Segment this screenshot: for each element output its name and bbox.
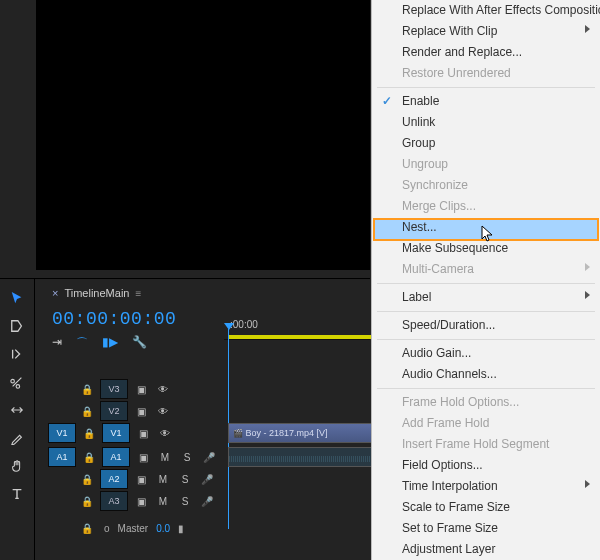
menu-insert-fh-seg: Insert Frame Hold Segment (372, 434, 600, 455)
menu-group[interactable]: Group (372, 133, 600, 154)
menu-set-to-frame[interactable]: Set to Frame Size (372, 518, 600, 539)
menu-replace-ae[interactable]: Replace With After Effects Composition (372, 0, 600, 21)
linked-selection-icon[interactable]: ⌒ (76, 335, 88, 352)
tool-pen[interactable] (5, 427, 29, 449)
track-toggle-icon[interactable]: ▣ (132, 402, 150, 420)
tool-razor[interactable] (5, 371, 29, 393)
submenu-arrow-icon (585, 25, 590, 33)
voice-icon[interactable]: 🎤 (200, 448, 218, 466)
voice-icon[interactable]: 🎤 (198, 492, 216, 510)
track-target-v1[interactable]: V1 (102, 423, 130, 443)
track-target-a1[interactable]: A1 (102, 447, 130, 467)
menu-separator (377, 87, 595, 88)
menu-replace-clip[interactable]: Replace With Clip (372, 21, 600, 42)
track-eye-icon[interactable]: 👁 (154, 380, 172, 398)
menu-make-subseq[interactable]: Make Subsequence (372, 238, 600, 259)
menu-unlink[interactable]: Unlink (372, 112, 600, 133)
track-lock-icon[interactable]: 🔒 (78, 380, 96, 398)
waveform-icon (229, 456, 373, 462)
solo-icon[interactable]: S (178, 448, 196, 466)
menu-enable[interactable]: Enable (372, 91, 600, 112)
menu-adjustment-layer[interactable]: Adjustment Layer (372, 539, 600, 560)
voice-icon[interactable]: 🎤 (198, 470, 216, 488)
track-target-v3[interactable]: V3 (100, 379, 128, 399)
clip-v1[interactable]: 🎬 Boy - 21817.mp4 [V] (228, 423, 374, 443)
track-lock-icon[interactable]: 🔒 (78, 519, 96, 537)
submenu-arrow-icon (585, 263, 590, 271)
menu-render-replace[interactable]: Render and Replace... (372, 42, 600, 63)
mute-icon[interactable]: M (154, 470, 172, 488)
track-eye-icon[interactable]: 👁 (156, 424, 174, 442)
sequence-tab[interactable]: × TimelineMain (52, 287, 141, 299)
tool-hand[interactable] (5, 455, 29, 477)
clip-a1[interactable] (228, 447, 374, 467)
solo-icon[interactable]: S (176, 492, 194, 510)
menu-time-interp[interactable]: Time Interpolation (372, 476, 600, 497)
menu-frame-hold-opt: Frame Hold Options... (372, 392, 600, 413)
menu-add-frame-hold: Add Frame Hold (372, 413, 600, 434)
menu-scale-to-frame[interactable]: Scale to Frame Size (372, 497, 600, 518)
menu-item-label: Adjustment Layer (402, 542, 495, 556)
menu-item-label: Replace With After Effects Composition (402, 3, 600, 17)
src-patch-a1[interactable]: A1 (48, 447, 76, 467)
track-toggle-icon[interactable]: ▣ (132, 380, 150, 398)
tool-slip[interactable] (5, 399, 29, 421)
playhead-timecode[interactable]: 00:00:00:00 (52, 309, 176, 329)
track-target-a2[interactable]: A2 (100, 469, 128, 489)
track-target-a3[interactable]: A3 (100, 491, 128, 511)
menu-item-label: Synchronize (402, 178, 468, 192)
marker-add-icon[interactable]: ▮▶ (102, 335, 118, 352)
menu-nest[interactable]: Nest... (372, 217, 600, 238)
menu-item-label: Scale to Frame Size (402, 500, 510, 514)
menu-synchronize: Synchronize (372, 175, 600, 196)
track-toggle-icon[interactable]: ▣ (132, 492, 150, 510)
menu-item-label: Restore Unrendered (402, 66, 511, 80)
master-value[interactable]: 0.0 (156, 523, 170, 534)
menu-item-label: Insert Frame Hold Segment (402, 437, 549, 451)
menu-multi-camera: Multi-Camera (372, 259, 600, 280)
track-lock-icon[interactable]: 🔒 (78, 470, 96, 488)
tool-track-select[interactable] (5, 315, 29, 337)
timeline-header-icons: ⇥ ⌒ ▮▶ 🔧 (52, 335, 147, 352)
mute-icon[interactable]: M (156, 448, 174, 466)
menu-separator (377, 283, 595, 284)
timeline-content: × TimelineMain 00:00:00:00 ⇥ ⌒ ▮▶ 🔧 :00:… (34, 279, 370, 560)
solo-icon[interactable]: S (176, 470, 194, 488)
submenu-arrow-icon (585, 480, 590, 488)
track-lock-icon[interactable]: 🔒 (78, 492, 96, 510)
menu-item-label: Speed/Duration... (402, 318, 495, 332)
menu-audio-channels[interactable]: Audio Channels... (372, 364, 600, 385)
menu-item-label: Ungroup (402, 157, 448, 171)
snap-icon[interactable]: ⇥ (52, 335, 62, 352)
track-target-v2[interactable]: V2 (100, 401, 128, 421)
tool-type[interactable] (5, 483, 29, 505)
settings-icon[interactable]: 🔧 (132, 335, 147, 352)
tool-selection[interactable] (5, 287, 29, 309)
submenu-arrow-icon (585, 291, 590, 299)
track-lock-icon[interactable]: 🔒 (78, 402, 96, 420)
menu-item-label: Field Options... (402, 458, 483, 472)
timeline-panel: × TimelineMain 00:00:00:00 ⇥ ⌒ ▮▶ 🔧 :00:… (0, 278, 370, 560)
menu-item-label: Replace With Clip (402, 24, 497, 38)
sequence-name: TimelineMain (64, 287, 129, 299)
master-meter-icon[interactable]: ▮ (178, 523, 184, 534)
menu-merge-clips: Merge Clips... (372, 196, 600, 217)
menu-field-options[interactable]: Field Options... (372, 455, 600, 476)
clip-context-menu: Replace With After Effects CompositionRe… (371, 0, 600, 560)
track-lock-icon[interactable]: 🔒 (80, 448, 98, 466)
mute-icon[interactable]: M (154, 492, 172, 510)
menu-speed-duration[interactable]: Speed/Duration... (372, 315, 600, 336)
track-toggle-icon[interactable]: ▣ (134, 424, 152, 442)
menu-item-label: Unlink (402, 115, 435, 129)
tool-ripple-edit[interactable] (5, 343, 29, 365)
track-toggle-icon[interactable]: ▣ (134, 448, 152, 466)
menu-item-label: Multi-Camera (402, 262, 474, 276)
track-eye-icon[interactable]: 👁 (154, 402, 172, 420)
master-toggle-icon[interactable]: o (104, 523, 110, 534)
menu-label[interactable]: Label (372, 287, 600, 308)
track-lock-icon[interactable]: 🔒 (80, 424, 98, 442)
track-toggle-icon[interactable]: ▣ (132, 470, 150, 488)
src-patch-v1[interactable]: V1 (48, 423, 76, 443)
menu-audio-gain[interactable]: Audio Gain... (372, 343, 600, 364)
menu-item-label: Audio Gain... (402, 346, 471, 360)
